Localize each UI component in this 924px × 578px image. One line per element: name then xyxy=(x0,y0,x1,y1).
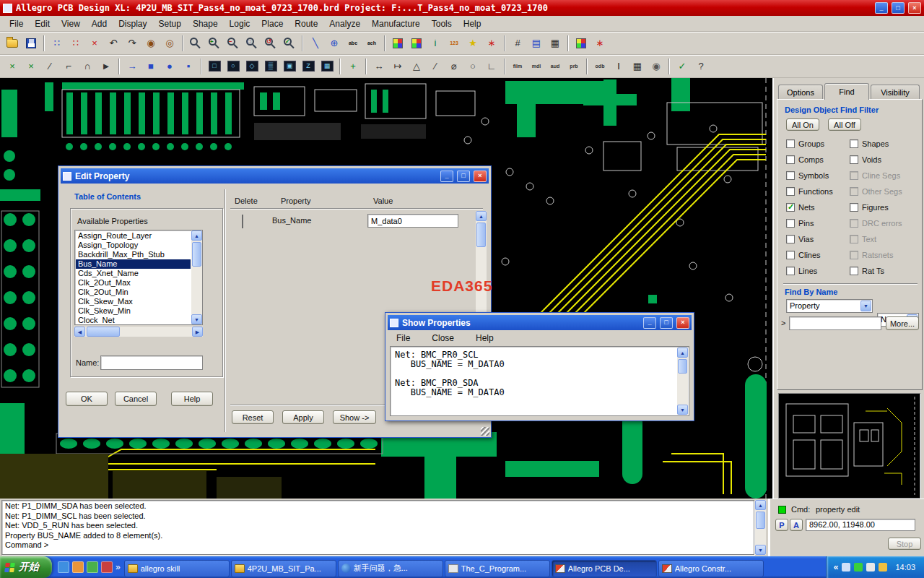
status-check-button[interactable]: ✓ xyxy=(673,57,692,76)
task-allegro-pcb-de[interactable]: Allegro PCB De... xyxy=(552,560,657,577)
pick-button[interactable]: P xyxy=(775,519,788,531)
zoom-out-button[interactable]: − xyxy=(224,34,243,53)
task-4p2u-mb-sit-pa[interactable]: 4P2U_MB_SIT_Pa... xyxy=(231,560,336,577)
find-filter-shapes[interactable]: Shapes xyxy=(850,136,922,152)
find-filter-voids[interactable]: Voids xyxy=(850,152,922,168)
odb-export-button[interactable]: odb xyxy=(590,57,609,76)
menu-shape[interactable]: Shape xyxy=(188,17,223,30)
custom-smooth-button[interactable]: ⌐ xyxy=(59,57,78,76)
property-edit-button[interactable]: ▤ xyxy=(527,34,546,53)
find-filter-lines[interactable]: Lines xyxy=(786,263,848,279)
menu-setup[interactable]: Setup xyxy=(154,17,186,30)
find-filter-pins[interactable]: Pins xyxy=(786,215,848,231)
menu-display[interactable]: Display xyxy=(113,17,152,30)
minimize-button[interactable]: _ xyxy=(875,2,888,14)
dimension-perp-button[interactable]: ∟ xyxy=(482,57,501,76)
dimension-radius-button[interactable]: ○ xyxy=(463,57,482,76)
world-view[interactable] xyxy=(778,393,920,499)
apply-button[interactable]: Apply xyxy=(282,410,324,424)
reset-button[interactable]: Reset xyxy=(232,410,274,424)
property-item-clk-2out-min[interactable]: Clk_2Out_Min xyxy=(76,288,191,297)
shape-select-button[interactable]: ▒ xyxy=(261,57,280,76)
start-button[interactable]: 开始 xyxy=(0,556,52,578)
constraint-show-button[interactable] xyxy=(572,34,590,53)
launch-app-blue-icon[interactable] xyxy=(58,561,69,573)
scrollbar-track[interactable] xyxy=(191,241,202,314)
menu-analyze[interactable]: Analyze xyxy=(324,17,365,30)
name-filter-input[interactable] xyxy=(789,316,881,330)
menu-route[interactable]: Route xyxy=(289,17,323,30)
property-item-assign-topology[interactable]: Assign_Topology xyxy=(76,241,191,250)
find-filter-groups[interactable]: Groups xyxy=(786,136,848,152)
name-input[interactable] xyxy=(100,355,203,370)
property-item-clk-skew-max[interactable]: Clk_Skew_Max xyxy=(76,297,191,306)
all-off-button[interactable]: All Off xyxy=(828,118,861,131)
cam-view-button[interactable]: ◉ xyxy=(647,57,666,76)
overflow-chevron-icon[interactable]: » xyxy=(116,562,121,572)
find-filter-symbols[interactable]: Symbols xyxy=(786,168,848,184)
more-button[interactable]: More... xyxy=(886,316,919,330)
close-button[interactable]: × xyxy=(676,317,689,329)
scroll-up-button[interactable]: ▲ xyxy=(755,500,766,510)
dimension-angular-button[interactable]: △ xyxy=(407,57,426,76)
property-item-clk-2out-max[interactable]: Clk_2Out_Max xyxy=(76,278,191,288)
add-pin-button[interactable]: ⊕ xyxy=(325,34,344,53)
find-by-name-type-select[interactable]: Property ▼ xyxy=(786,299,873,313)
task-the-c-program[interactable]: The_C_Program... xyxy=(445,560,550,577)
close-button[interactable]: × xyxy=(908,2,921,14)
snap-point-button[interactable]: + xyxy=(344,57,362,76)
all-on-button[interactable]: All On xyxy=(786,118,819,131)
undo-button[interactable]: ↶ xyxy=(104,34,123,53)
add-rect-button[interactable]: ■ xyxy=(141,57,160,76)
find-filter-comps[interactable]: Comps xyxy=(786,152,848,168)
scrollbar-thumb[interactable] xyxy=(678,359,687,374)
row-value-input[interactable] xyxy=(367,214,458,228)
dehighlight-button[interactable]: ∗ xyxy=(482,34,501,53)
zoom-previous-button[interactable]: ↺ xyxy=(261,34,280,53)
search-type-dropdown-button[interactable]: ▼ xyxy=(860,301,871,311)
minimize-button[interactable]: _ xyxy=(440,171,453,182)
menu-add[interactable]: Add xyxy=(87,17,112,30)
help-button[interactable]: Help xyxy=(171,392,213,406)
grid-toggle-button[interactable]: # xyxy=(508,34,527,53)
find-filter-figures[interactable]: Figures xyxy=(850,199,922,215)
stop-button[interactable]: Stop xyxy=(888,538,921,550)
find-filter-nets[interactable]: Nets xyxy=(786,199,848,215)
menu-place[interactable]: Place xyxy=(256,17,288,30)
find-filter-vias[interactable]: Vias xyxy=(786,231,848,247)
show-menu-close[interactable]: Close xyxy=(427,332,459,345)
save-button[interactable] xyxy=(22,34,40,53)
maximize-button[interactable]: □ xyxy=(892,2,905,14)
task-allegro-constr[interactable]: Allegro Constr... xyxy=(658,560,764,577)
property-item-cds-xnet-name[interactable]: Cds_Xnet_Name xyxy=(76,269,191,278)
find-filter-clines[interactable]: Clines xyxy=(786,247,848,263)
resize-grip[interactable] xyxy=(481,427,489,436)
add-text-button[interactable]: abc xyxy=(344,34,362,53)
scrollbar-track[interactable] xyxy=(85,327,192,337)
properties-text-scrollbar[interactable]: ▲ ▼ xyxy=(677,348,688,415)
label-tune-button[interactable]: 123 xyxy=(445,34,463,53)
design-audit-button[interactable]: aud xyxy=(546,57,565,76)
tray-ime-icon[interactable] xyxy=(879,563,887,571)
scroll-left-button[interactable]: ◀ xyxy=(74,327,85,337)
find-filter-rat-ts[interactable]: Rat Ts xyxy=(850,263,922,279)
zoom-points-button[interactable] xyxy=(186,34,205,53)
waive-drc-button[interactable]: I xyxy=(609,57,628,76)
menu-help[interactable]: Help xyxy=(458,17,487,30)
edit-text-button[interactable]: ach xyxy=(362,34,381,53)
help-tool-button[interactable]: ? xyxy=(692,57,710,76)
menu-file[interactable]: File xyxy=(4,17,28,30)
drc-update-button[interactable]: ∗ xyxy=(590,34,609,53)
shape-circle-button[interactable]: ○ xyxy=(224,57,243,76)
edit-property-titlebar[interactable]: Edit Property _ □ × xyxy=(61,168,489,184)
scroll-up-button[interactable]: ▲ xyxy=(191,230,202,241)
task-allegro-skill[interactable]: allegro skill xyxy=(124,560,230,577)
highlight-button[interactable]: ★ xyxy=(463,34,482,53)
film-control-button[interactable]: film xyxy=(508,57,527,76)
menu-tools[interactable]: Tools xyxy=(427,17,457,30)
redo-button[interactable]: ↷ xyxy=(123,34,141,53)
tray-network-icon[interactable] xyxy=(854,563,863,571)
zoom-world-button[interactable]: □ xyxy=(243,34,261,53)
route-arrow-button[interactable]: → xyxy=(123,57,141,76)
blank-rats-button[interactable]: ∷ xyxy=(66,34,85,53)
